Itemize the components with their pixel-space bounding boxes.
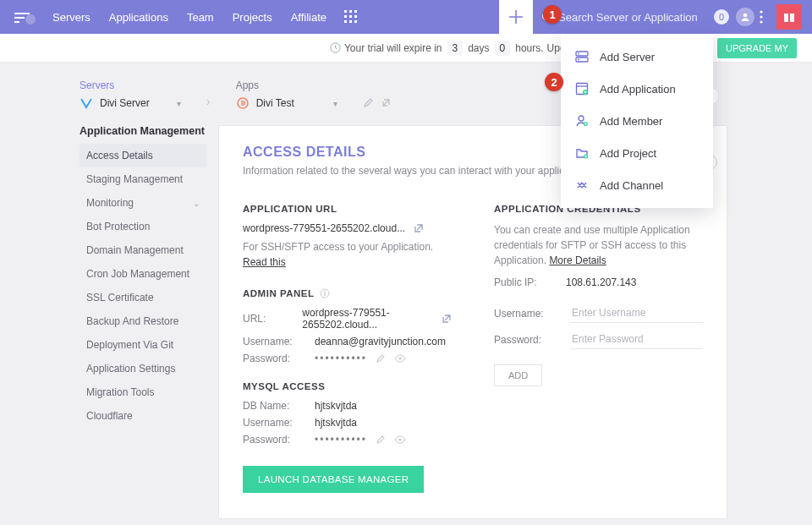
launch-db-manager-button[interactable]: LAUNCH DATABASE MANAGER <box>243 466 424 493</box>
external-link-icon[interactable] <box>442 314 452 324</box>
upgrade-button[interactable]: UPGRADE MY <box>717 38 797 58</box>
nav-projects[interactable]: Projects <box>226 8 279 27</box>
chevron-down-icon: ▾ <box>333 99 337 108</box>
server-name: Divi Server <box>100 97 150 109</box>
sidebar-item-label: Bot Protection <box>86 221 150 232</box>
more-details-link[interactable]: More Details <box>549 254 606 266</box>
cred-username-label: Username: <box>494 308 553 320</box>
sidebar-item-staging-management[interactable]: Staging Management <box>80 167 206 191</box>
apps-grid-icon[interactable] <box>342 8 360 26</box>
svg-point-14 <box>760 20 762 23</box>
nav-affiliate[interactable]: Affiliate <box>284 8 333 27</box>
sidebar-item-access-details[interactable]: Access Details <box>80 144 206 167</box>
sidebar-item-cloudflare[interactable]: Cloudflare <box>80 404 206 428</box>
app-select[interactable]: Divi Test ▾ <box>236 96 337 110</box>
brand-logo[interactable] <box>7 0 41 34</box>
sidebar-item-label: Domain Management <box>86 244 184 256</box>
sidebar-item-label: Application Settings <box>86 363 175 375</box>
callout-2: 2 <box>545 73 563 91</box>
section-title-admin: ADMIN PANEL <box>243 288 315 298</box>
add-menu-add-channel[interactable]: Add Channel <box>561 169 713 201</box>
nav-servers[interactable]: Servers <box>46 8 97 27</box>
nav-team[interactable]: Team <box>180 8 221 27</box>
server-icon <box>574 49 590 64</box>
gift-icon[interactable] <box>776 4 802 30</box>
notification-count[interactable]: 0 <box>714 9 729 25</box>
crumb-apps: Apps Divi Test ▾ <box>236 79 337 110</box>
svg-point-11 <box>743 14 748 18</box>
app-url-value: wordpress-779551-2655202.cloud... <box>243 222 405 234</box>
svg-point-12 <box>760 10 762 13</box>
add-credential-button[interactable]: ADD <box>494 364 542 386</box>
external-link-icon[interactable] <box>414 223 424 233</box>
svg-point-28 <box>578 53 579 55</box>
svg-rect-8 <box>349 20 352 23</box>
crumb-apps-label: Apps <box>236 79 337 91</box>
add-button[interactable] <box>499 0 533 34</box>
mysql-pass-label: Password: <box>243 434 306 446</box>
trial-days-number: 3 <box>447 41 464 56</box>
external-link-icon[interactable] <box>381 97 392 108</box>
admin-url-label: URL: <box>243 313 294 325</box>
svg-point-0 <box>26 15 35 24</box>
mysql-db-value: hjtskvjtda <box>315 400 357 412</box>
server-select[interactable]: Divi Server ▾ <box>80 96 181 110</box>
add-menu-item-label: Add Server <box>600 51 655 63</box>
edit-icon[interactable] <box>376 435 386 445</box>
add-menu-item-label: Add Project <box>600 147 656 160</box>
svg-point-13 <box>760 15 762 18</box>
sidebar-item-deployment-via-git[interactable]: Deployment Via Git <box>80 333 206 357</box>
sidebar-item-bot-protection[interactable]: Bot Protection <box>80 215 206 238</box>
sidebar-item-domain-management[interactable]: Domain Management <box>80 238 206 262</box>
add-menu-add-member[interactable]: Add Member <box>561 105 713 137</box>
edit-icon[interactable] <box>376 353 386 364</box>
svg-point-25 <box>398 438 401 440</box>
edit-icon[interactable] <box>363 97 374 108</box>
mysql-user-label: Username: <box>243 417 306 429</box>
sidebar-item-label: Deployment Via Git <box>86 339 173 351</box>
svg-rect-17 <box>788 14 790 22</box>
svg-point-22 <box>324 291 326 293</box>
svg-point-24 <box>398 357 401 359</box>
add-menu-add-application[interactable]: Add Application <box>561 73 713 105</box>
topbar: Servers Applications Team Projects Affil… <box>0 0 812 34</box>
sidebar-item-backup-and-restore[interactable]: Backup And Restore <box>80 309 206 333</box>
clock-icon <box>330 42 341 53</box>
sidebar-item-migration-tools[interactable]: Migration Tools <box>80 380 206 404</box>
add-menu-item-label: Add Application <box>600 83 676 96</box>
sidebar-item-cron-job-management[interactable]: Cron Job Management <box>80 262 206 286</box>
svg-rect-1 <box>344 10 347 13</box>
admin-url-value: wordpress-779551-2655202.cloud... <box>302 307 433 331</box>
cred-username-input[interactable] <box>570 304 703 323</box>
public-ip-label: Public IP: <box>494 276 557 288</box>
avatar[interactable] <box>736 8 754 26</box>
app-url-hint: For SSH/SFTP access to your Application. <box>243 241 433 253</box>
add-menu-add-project[interactable]: Add Project <box>561 137 713 169</box>
sidebar-item-monitoring[interactable]: Monitoring⌄ <box>80 191 206 215</box>
channel-icon <box>574 178 590 193</box>
more-menu-icon[interactable] <box>760 10 771 24</box>
search-input[interactable] <box>558 11 710 24</box>
divi-icon <box>236 96 250 110</box>
sidebar-item-label: Cron Job Management <box>86 268 189 280</box>
crumb-servers-label: Servers <box>80 79 181 91</box>
nav-applications[interactable]: Applications <box>102 8 175 27</box>
sidebar-item-label: Cloudflare <box>86 410 133 422</box>
left-column: APPLICATION URL wordpress-779551-2655202… <box>243 195 452 493</box>
eye-icon[interactable] <box>394 354 406 363</box>
eye-icon[interactable] <box>394 435 406 444</box>
sidebar-item-application-settings[interactable]: Application Settings <box>80 357 206 380</box>
public-ip-value: 108.61.207.143 <box>566 276 636 288</box>
read-this-link[interactable]: Read this <box>243 256 286 268</box>
svg-rect-9 <box>354 20 357 23</box>
svg-rect-26 <box>576 52 588 56</box>
sidebar-item-ssl-certificate[interactable]: SSL Certificate <box>80 286 206 309</box>
info-icon[interactable] <box>320 288 330 298</box>
add-menu-add-server[interactable]: Add Server <box>561 41 713 73</box>
sidebar-title: Application Management <box>80 125 206 137</box>
cred-password-input[interactable] <box>570 330 703 349</box>
sidebar-item-label: Migration Tools <box>86 386 154 398</box>
project-icon <box>574 145 590 161</box>
svg-rect-23 <box>324 293 325 296</box>
chevron-down-icon: ▾ <box>177 99 181 108</box>
